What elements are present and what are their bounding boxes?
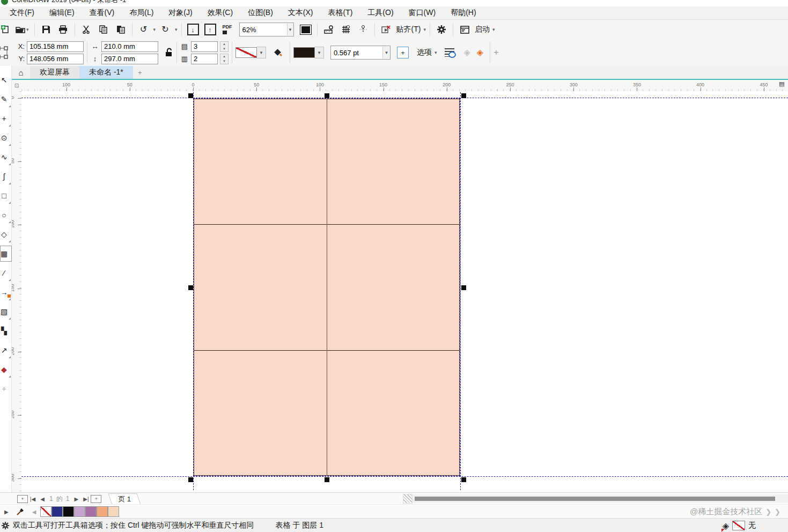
table-column-divider[interactable] [327,99,327,476]
palette-swatch-lilac[interactable] [74,506,85,517]
launch-window-icon[interactable] [456,22,473,37]
selected-table-object[interactable] [193,98,460,476]
zoom-level-input[interactable] [240,24,287,35]
menu-item[interactable]: 表格(T) [320,7,360,19]
table-options-menu[interactable]: 选项 [415,48,433,57]
wrap-text-button[interactable] [441,41,458,64]
columns-spinner[interactable]: ▴▾ [220,54,229,64]
save-button[interactable] [38,22,55,37]
next-page-button[interactable]: ▶ [71,494,81,504]
object-height-input[interactable] [101,54,158,64]
selection-handle-bottom-middle[interactable] [325,477,329,482]
zoom-level-combo[interactable]: ▾ [239,23,294,36]
tab-welcome-screen[interactable]: 欢迎屏幕 [30,66,79,79]
undo-button[interactable]: ↺ [135,22,152,37]
to-layer-back-icon[interactable]: ◈ [474,48,487,57]
publish-pdf-button[interactable]: PDF [219,22,236,37]
color-eyedropper-tool[interactable]: ↗ [0,341,12,360]
fullscreen-preview-button[interactable] [297,22,314,37]
new-document-tab-button[interactable]: + [133,66,147,79]
selection-handle-middle-right[interactable] [461,285,466,290]
horizontal-scrollbar[interactable] [413,494,788,503]
add-property-button[interactable]: + [494,48,498,57]
palette-swatch-light-peach[interactable] [108,506,119,517]
selection-handle-bottom-left[interactable] [188,477,193,482]
transparency-tool[interactable]: ▚ [0,321,12,341]
snap-dropdown-icon[interactable]: ▾ [422,27,427,32]
last-page-button[interactable]: ▶| [81,494,91,504]
y-position-input[interactable] [27,54,84,64]
outline-width-dropdown-icon[interactable]: ▾ [382,47,390,58]
table-rows-input[interactable] [191,41,218,52]
open-dropdown-icon[interactable]: ▾ [25,27,30,32]
interactive-fill-tool[interactable]: ▧ [0,302,12,321]
fill-indicator-icon[interactable]: ◈ [723,521,729,531]
palette-swatch-peach[interactable] [97,506,108,517]
redo-dropdown-icon[interactable]: ▾ [174,27,179,32]
previous-page-button[interactable]: ◀ [38,494,47,504]
import-button[interactable]: ↓ [185,22,202,37]
print-button[interactable] [55,22,72,37]
selection-handle-top-right[interactable] [461,93,466,98]
menu-item[interactable]: 文件(F) [2,7,42,19]
cut-button[interactable] [78,22,95,37]
object-width-input[interactable] [101,41,158,52]
open-button[interactable]: ▾ [14,22,32,37]
menu-item[interactable]: 工具(O) [360,7,401,19]
lock-ratio-button[interactable] [161,41,176,64]
table-options-dropdown-icon[interactable]: ▾ [433,50,438,55]
polygon-tool[interactable]: ◇ [0,225,12,244]
vertical-ruler[interactable]: 050100150200250300 [12,91,22,492]
scrollbar-splitter-handle[interactable] [403,494,413,504]
menu-item[interactable]: 窗口(W) [401,7,444,19]
paste-button[interactable] [112,22,129,37]
status-gear-icon[interactable] [1,521,10,530]
palette-eyedropper-icon[interactable] [13,507,28,516]
home-tab-icon[interactable]: ⌂ [12,66,30,79]
menu-item[interactable]: 布局(L) [122,7,161,19]
edit-fill-button[interactable] [269,45,286,60]
border-selection-button[interactable]: + [397,47,409,58]
show-grid-button[interactable] [337,22,355,37]
table-tool[interactable]: ▦ [0,246,12,262]
crop-tool[interactable]: + [0,109,12,128]
export-button[interactable]: ↑ [202,22,219,37]
undo-dropdown-icon[interactable]: ▾ [152,27,157,32]
zoom-tool[interactable]: ⊙ [0,128,12,147]
snap-to-menu[interactable]: 贴齐(T) [395,25,423,34]
copy-button[interactable] [95,22,112,37]
menu-item[interactable]: 效果(C) [200,7,240,19]
add-page-before-button[interactable]: + [17,495,28,503]
menu-item[interactable]: 帮助(H) [443,7,483,19]
palette-swatch-navy[interactable] [51,506,63,517]
ruler-origin-corner[interactable]: ⊡ [12,80,22,92]
zoom-dropdown-icon[interactable]: ▾ [287,24,293,35]
outline-color-dropdown-icon[interactable]: ▾ [315,47,324,58]
ruler-options-icon[interactable]: ▤ [779,80,784,87]
add-tools-button[interactable]: + [0,379,12,398]
x-position-input[interactable] [27,41,84,52]
dimension-tool[interactable]: ∕ [0,263,12,283]
launch-dropdown-icon[interactable]: ▾ [491,27,496,32]
selection-handle-top-left[interactable] [188,93,193,98]
tab-untitled-document[interactable]: 未命名 -1* [79,66,133,79]
table-fill-swatch[interactable] [235,47,257,58]
table-columns-input[interactable] [191,54,218,64]
menu-item[interactable]: 文本(X) [281,7,321,19]
new-document-button[interactable] [0,22,14,37]
palette-flyout-arrow-icon[interactable]: ▶ [0,509,13,515]
menu-item[interactable]: 对象(J) [161,7,200,19]
snap-off-button[interactable]: × [378,22,395,37]
redo-button[interactable]: ↻ [157,22,174,37]
add-page-after-button[interactable]: + [91,495,101,503]
horizontal-ruler[interactable]: 10050050100150200250300350400450 [21,80,788,92]
selection-handle-top-middle[interactable] [325,93,329,98]
first-page-button[interactable]: |◀ [28,494,38,504]
artistic-media-tool[interactable]: ʃ [0,167,12,186]
palette-swatch-no-color[interactable] [40,506,51,517]
palette-swatch-mauve[interactable] [85,506,97,517]
outline-width-input[interactable] [331,47,382,58]
menu-item[interactable]: 编辑(E) [42,7,82,19]
menu-item[interactable]: 查看(V) [82,7,122,19]
selection-handle-middle-left[interactable] [188,285,193,290]
